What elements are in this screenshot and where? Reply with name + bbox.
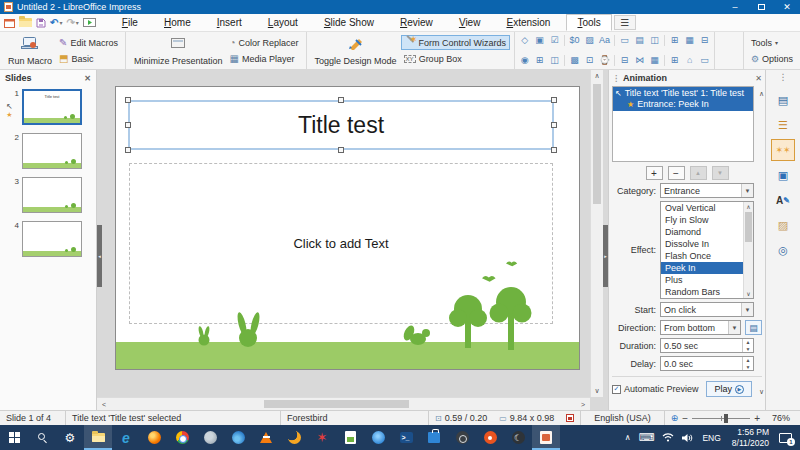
slide-editing-surface[interactable]: Title test Click to add Text	[115, 86, 580, 370]
effect-option[interactable]: Diamond	[661, 226, 743, 238]
effect-option[interactable]: Flash Once	[661, 250, 743, 262]
resize-handle-ne[interactable]	[551, 97, 557, 103]
tray-chevron-icon[interactable]: ∧	[621, 433, 635, 442]
effect-option[interactable]: Dissolve In	[661, 238, 743, 250]
start-button[interactable]	[0, 425, 28, 450]
color-replacer-button[interactable]: ◔Color Replacer	[226, 35, 301, 50]
template-status[interactable]: Forestbird	[281, 411, 429, 425]
effect-option[interactable]: Fly in Slow	[661, 214, 743, 226]
media-player-button[interactable]: ▦Media Player	[226, 51, 301, 66]
resize-handle-w[interactable]	[125, 122, 131, 128]
action-center-icon[interactable]: 1	[779, 433, 792, 443]
language-status[interactable]: English (USA)	[581, 411, 664, 425]
basic-button[interactable]: ⬒Basic	[56, 51, 121, 66]
start-slideshow-button[interactable]	[83, 18, 96, 28]
edit-macros-button[interactable]: ✎Edit Macros	[56, 35, 121, 50]
formatted-field-icon[interactable]: Aa	[597, 36, 612, 45]
tab-tools[interactable]: Tools	[566, 14, 611, 31]
table-icon[interactable]: ▦	[647, 56, 662, 65]
close-button[interactable]: ✕	[774, 0, 800, 14]
taskbar-edge[interactable]: e	[112, 425, 140, 450]
vertical-scroll-thumb[interactable]	[593, 84, 601, 204]
tab-slide-transition[interactable]: ☰	[771, 114, 795, 136]
date-field-icon[interactable]: ⊡	[582, 56, 597, 65]
tab-view[interactable]: View	[449, 14, 491, 31]
taskbar-app-crescent[interactable]	[280, 425, 308, 450]
scroll-down-icon[interactable]: ∨	[591, 387, 603, 395]
option-button-icon[interactable]: ◉	[517, 56, 532, 65]
fit-slide-icon[interactable]: ⊕	[671, 413, 679, 423]
slide-thumbnail-1[interactable]: 1 Title test ↖ ★	[0, 89, 92, 125]
tab-layout[interactable]: Layout	[258, 14, 308, 31]
tab-insert[interactable]: Insert	[207, 14, 252, 31]
zoom-out-button[interactable]: −	[682, 413, 688, 424]
slides-panel-splitter[interactable]: ◂	[97, 225, 102, 287]
table-control-icon[interactable]: ⊞	[667, 36, 682, 45]
time-field-icon[interactable]: ⌚	[597, 56, 612, 65]
add-effect-button[interactable]: +	[646, 166, 663, 180]
effect-scroll-thumb[interactable]	[745, 212, 752, 242]
taskbar-moon-app[interactable]: ☾	[504, 425, 532, 450]
duration-input[interactable]: 0.50 sec ▲▼	[660, 338, 754, 353]
category-select[interactable]: Entrance ▼	[660, 183, 754, 198]
play-button[interactable]: Play ▶	[706, 381, 752, 397]
navigation-bar-icon[interactable]: ⊟	[697, 36, 712, 45]
form-control-wizards-button[interactable]: ✶Form Control Wizards	[401, 35, 511, 50]
slide-thumbnail-4[interactable]: 4	[0, 221, 92, 257]
scroll-up-icon[interactable]: ∧	[744, 203, 753, 210]
tools-menu-button[interactable]: Tools▾	[748, 35, 781, 50]
taskbar-file-explorer[interactable]	[84, 425, 112, 450]
delay-input[interactable]: 0.0 sec ▲▼	[660, 356, 754, 371]
tab-properties[interactable]: ▤	[771, 89, 795, 111]
save-button[interactable]	[36, 18, 46, 28]
keyboard-icon[interactable]: ⌨	[635, 431, 659, 444]
tab-slide-show[interactable]: Slide Show	[314, 14, 384, 31]
tab-extension[interactable]: Extension	[496, 14, 560, 31]
zoom-level[interactable]: 76%	[766, 411, 800, 425]
input-language[interactable]: ENG	[697, 433, 725, 443]
move-up-button[interactable]: ▲	[690, 166, 707, 180]
combo-box-icon[interactable]: ⊞	[532, 56, 547, 65]
spin-button-icon[interactable]: ⋈	[632, 56, 647, 65]
open-button[interactable]	[19, 18, 32, 27]
taskbar-store[interactable]	[420, 425, 448, 450]
scroll-right-icon[interactable]: >	[576, 401, 590, 408]
delay-spinner[interactable]: ▲▼	[742, 357, 753, 370]
horizontal-scroll-thumb[interactable]	[264, 400, 408, 408]
scroll-left-icon[interactable]: <	[97, 401, 111, 408]
taskbar-vlc[interactable]	[252, 425, 280, 450]
automatic-preview-checkbox[interactable]: ✓	[612, 385, 621, 394]
sidebar-settings-icon[interactable]: ⋮	[779, 72, 788, 86]
tab-gallery[interactable]: ▨	[771, 214, 795, 236]
push-button-icon[interactable]: ◫	[547, 56, 562, 65]
resize-handle-n[interactable]	[338, 97, 344, 103]
tab-navigator[interactable]: ◎	[771, 239, 795, 261]
move-down-button[interactable]: ▼	[712, 166, 729, 180]
tab-styles[interactable]: A✎	[771, 189, 795, 211]
resize-handle-se[interactable]	[551, 147, 557, 153]
taskbar-image-app[interactable]	[336, 425, 364, 450]
tab-review[interactable]: Review	[390, 14, 443, 31]
redo-button[interactable]: ↷▾	[66, 18, 78, 28]
resize-handle-nw[interactable]	[125, 97, 131, 103]
taskbar-impress[interactable]	[532, 425, 560, 450]
panel-scroll-up-icon[interactable]: ∧	[759, 90, 764, 98]
animation-panel-close-icon[interactable]: ✕	[755, 74, 762, 83]
minimize-presentation-button[interactable]: Minimize Presentation	[130, 33, 227, 68]
taskbar-clock[interactable]: 1:56 PM 8/11/2020	[726, 427, 775, 447]
button-control-icon[interactable]: ▭	[697, 56, 712, 65]
slide-canvas[interactable]: Title test Click to add Text	[97, 70, 608, 410]
chevron-down-icon[interactable]: ▼	[741, 184, 753, 197]
taskbar-cortana[interactable]	[224, 425, 252, 450]
minimize-button[interactable]: –	[722, 0, 748, 14]
taskbar-people-app[interactable]	[364, 425, 392, 450]
scroll-up-icon[interactable]: ∧	[591, 72, 603, 80]
undo-dropdown-caret[interactable]: ▾	[59, 20, 62, 26]
tab-home[interactable]: Home	[154, 14, 201, 31]
direction-select[interactable]: From bottom ▼	[660, 320, 741, 335]
frame-icon[interactable]: ▭	[617, 36, 632, 45]
menubar-hamburger-button[interactable]: ☰	[614, 15, 636, 30]
title-text-frame[interactable]: Title test	[128, 100, 554, 150]
run-macro-button[interactable]: Run Macro	[4, 33, 56, 68]
pattern-field-icon[interactable]: ▩	[567, 56, 582, 65]
